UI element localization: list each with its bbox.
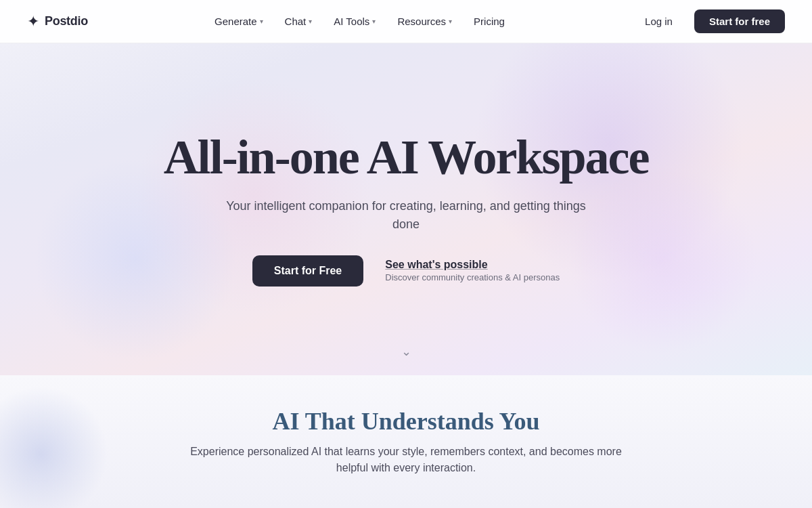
hero-secondary-link[interactable]: See what's possible Discover community c… — [385, 259, 560, 282]
logo[interactable]: ✦ Postdio — [27, 13, 88, 30]
nav-link-resources[interactable]: Resources ▾ — [388, 10, 461, 33]
lower-subtitle: Experience personalized AI that learns y… — [183, 444, 629, 476]
lower-section: AI That Understands You Experience perso… — [0, 375, 812, 508]
hero-secondary-title: See what's possible — [385, 259, 487, 271]
nav-links: Generate ▾ Chat ▾ AI Tools ▾ Resources ▾ — [205, 10, 514, 33]
nav-item-resources: Resources ▾ — [388, 10, 461, 33]
nav-link-generate[interactable]: Generate ▾ — [205, 10, 273, 33]
nav-item-pricing: Pricing — [464, 10, 514, 33]
hero-cta-button[interactable]: Start for Free — [252, 255, 363, 287]
nav-item-ai-tools: AI Tools ▾ — [324, 10, 385, 33]
logo-icon: ✦ — [27, 13, 39, 30]
lower-title: AI That Understands You — [272, 407, 539, 436]
nav-link-pricing[interactable]: Pricing — [464, 10, 514, 33]
chevron-down-icon: ▾ — [309, 18, 312, 25]
scroll-down-icon[interactable]: ⌄ — [401, 344, 411, 359]
nav-item-chat: Chat ▾ — [275, 10, 322, 33]
logo-text: Postdio — [45, 14, 88, 28]
nav-item-generate: Generate ▾ — [205, 10, 273, 33]
hero-actions: Start for Free See what's possible Disco… — [252, 255, 560, 287]
hero-section: All-in-one AI Workspace Your intelligent… — [0, 43, 812, 375]
start-for-free-nav-button[interactable]: Start for free — [694, 9, 785, 33]
nav-link-chat[interactable]: Chat ▾ — [275, 10, 322, 33]
hero-content: All-in-one AI Workspace Your intelligent… — [164, 132, 649, 287]
nav-link-ai-tools[interactable]: AI Tools ▾ — [324, 10, 385, 33]
chevron-down-icon: ▾ — [449, 18, 452, 25]
lower-blob — [0, 386, 108, 508]
navbar: ✦ Postdio Generate ▾ Chat ▾ AI Tools ▾ R… — [0, 0, 812, 43]
hero-subtitle: Your intelligent companion for creating,… — [217, 197, 595, 234]
hero-secondary-subtitle: Discover community creations & AI person… — [385, 272, 560, 282]
hero-title: All-in-one AI Workspace — [164, 132, 649, 184]
login-button[interactable]: Log in — [631, 10, 686, 33]
chevron-down-icon: ▾ — [372, 18, 376, 25]
chevron-down-icon: ▾ — [260, 18, 263, 25]
nav-actions: Log in Start for free — [631, 9, 785, 33]
